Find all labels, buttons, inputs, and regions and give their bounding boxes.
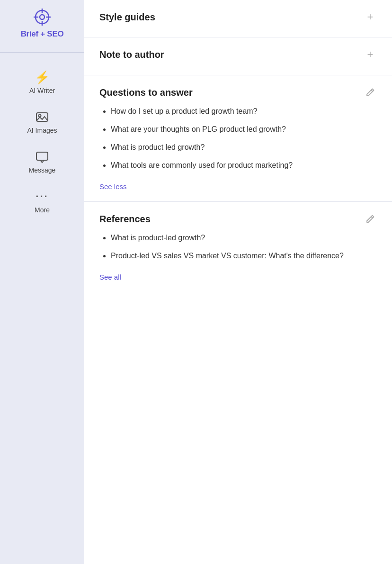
sidebar-divider (0, 52, 84, 53)
main-content: Style guides + Note to author + Question… (84, 0, 392, 564)
question-item: What are your thoughts on PLG product le… (111, 124, 377, 135)
references-list: What is product-led growth? Product-led … (99, 232, 377, 262)
note-to-author-title: Note to author (99, 49, 164, 60)
question-item: What is product led growth? (111, 142, 377, 153)
sidebar-item-label-message: Message (29, 166, 56, 174)
questions-list: How do I set up a product led growth tea… (99, 106, 377, 171)
reference-item: Product-led VS sales VS market VS custom… (111, 250, 377, 262)
svg-line-9 (371, 90, 373, 91)
questions-title: Questions to answer (99, 87, 193, 98)
reference-link-1[interactable]: What is product-led growth? (111, 234, 205, 242)
reference-item: What is product-led growth? (111, 232, 377, 244)
sidebar-item-ai-images[interactable]: AI Images (0, 102, 84, 142)
question-item: How do I set up a product led growth tea… (111, 106, 377, 117)
sidebar-item-message[interactable]: Message (0, 142, 84, 182)
svg-line-10 (371, 217, 373, 218)
sidebar-item-label-ai-writer: AI Writer (29, 87, 55, 94)
see-all-button[interactable]: See all (99, 273, 121, 281)
ai-writer-icon: ⚡ (35, 70, 50, 85)
note-to-author-header: Note to author + (99, 48, 377, 61)
ai-images-icon (35, 109, 50, 125)
style-guides-section: Style guides + (84, 0, 392, 37)
style-guides-add-button[interactable]: + (364, 10, 377, 24)
reference-link-2[interactable]: Product-led VS sales VS market VS custom… (111, 252, 344, 260)
references-header: References (99, 212, 377, 226)
questions-edit-button[interactable] (364, 86, 377, 99)
svg-point-1 (40, 15, 45, 19)
questions-header: Questions to answer (99, 86, 377, 99)
message-icon (35, 149, 50, 164)
style-guides-header: Style guides + (99, 10, 377, 24)
sidebar-title: Brief + SEO (21, 29, 64, 39)
more-icon: ··· (35, 189, 50, 204)
sidebar: Brief + SEO ⚡ AI Writer AI Images (0, 0, 84, 564)
questions-section: Questions to answer How do I set up a pr… (84, 75, 392, 202)
style-guides-title: Style guides (99, 12, 155, 23)
logo-icon (33, 8, 52, 27)
see-less-button[interactable]: See less (99, 182, 127, 191)
note-to-author-section: Note to author + (84, 37, 392, 75)
references-section: References What is product-led growth? P… (84, 202, 392, 292)
sidebar-header: Brief + SEO (21, 8, 64, 39)
sidebar-nav: ⚡ AI Writer AI Images Message (0, 62, 84, 221)
sidebar-item-ai-writer[interactable]: ⚡ AI Writer (0, 62, 84, 102)
references-title: References (99, 214, 151, 225)
note-to-author-add-button[interactable]: + (364, 48, 377, 61)
sidebar-item-label-ai-images: AI Images (27, 127, 57, 134)
references-edit-button[interactable] (364, 212, 377, 226)
sidebar-item-more[interactable]: ··· More (0, 182, 84, 221)
svg-rect-8 (36, 152, 48, 160)
sidebar-item-label-more: More (35, 206, 50, 214)
question-item: What tools are commonly used for product… (111, 160, 377, 171)
